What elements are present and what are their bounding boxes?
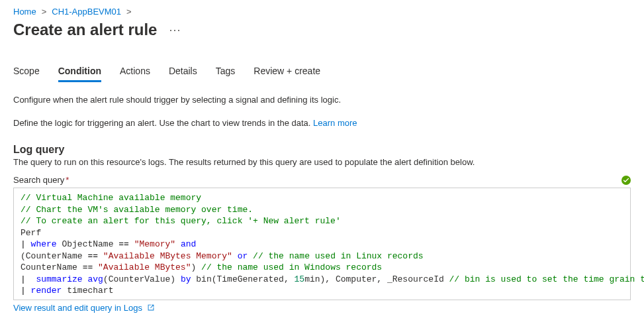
query-editor[interactable]: // Virtual Machine available memory // C… [13, 188, 631, 300]
breadcrumb-separator: > [42, 7, 47, 17]
breadcrumb-home[interactable]: Home [13, 7, 36, 17]
breadcrumb-separator: > [126, 7, 132, 17]
define-description: Define the logic for triggering an alert… [13, 118, 631, 128]
page-title: Create an alert rule [13, 21, 157, 39]
validation-success-icon [621, 176, 631, 185]
log-query-subtitle: The query to run on this resource's logs… [13, 157, 631, 167]
more-button[interactable]: ··· [165, 23, 185, 37]
configure-description: Configure when the alert rule should tri… [13, 95, 631, 105]
tab-details[interactable]: Details [169, 66, 197, 82]
tab-condition[interactable]: Condition [58, 66, 101, 82]
tab-review[interactable]: Review + create [253, 66, 320, 82]
tab-actions[interactable]: Actions [120, 66, 150, 82]
breadcrumb: Home > CH1-AppBEVM01 > [13, 7, 631, 17]
view-in-logs-link[interactable]: View result and edit query in Logs [13, 303, 142, 313]
breadcrumb-resource[interactable]: CH1-AppBEVM01 [52, 7, 121, 17]
log-query-title: Log query [13, 144, 631, 156]
open-external-icon [146, 303, 156, 312]
tab-tags[interactable]: Tags [216, 66, 236, 82]
learn-more-link[interactable]: Learn more [313, 118, 357, 128]
search-query-label: Search query [13, 175, 64, 185]
tabs: Scope Condition Actions Details Tags Rev… [13, 66, 631, 83]
tab-scope[interactable]: Scope [13, 66, 40, 82]
required-asterisk: * [66, 175, 69, 185]
